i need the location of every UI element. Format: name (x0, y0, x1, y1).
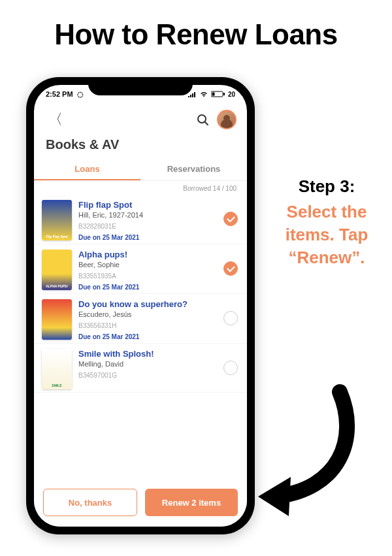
select-checkbox[interactable] (223, 261, 238, 276)
item-title: Flip flap Spot (78, 200, 217, 210)
item-barcode: B34597001G (78, 372, 217, 379)
svg-line-4 (205, 122, 208, 125)
renew-button[interactable]: Renew 2 items (145, 489, 238, 516)
svg-point-3 (198, 115, 206, 123)
borrowed-count: Borrowed 14 / 100 (34, 181, 247, 195)
item-title: Do you know a superhero? (78, 299, 217, 309)
item-due: Due on 25 Mar 2021 (78, 333, 217, 340)
item-author: Escudero, Jesús (78, 310, 217, 318)
phone-notch (88, 77, 193, 95)
arrow-icon (242, 379, 372, 529)
tabs: Loans Reservations (34, 157, 247, 181)
wifi-icon (199, 91, 208, 97)
item-author: Melling, David (78, 360, 217, 368)
list-item: Flip Flap Spot Flip flap Spot Hill, Eric… (34, 195, 247, 244)
svg-rect-2 (212, 93, 214, 96)
search-icon[interactable] (196, 113, 209, 126)
instructions-panel: Step 3: Select the items. Tap “Renew”. (268, 176, 385, 269)
select-checkbox[interactable] (223, 212, 238, 226)
item-due: Due on 25 Mar 2021 (78, 234, 217, 241)
item-author: Beer, Sophie (78, 261, 217, 269)
list-item: SMILE Smile with Splosh! Melling, David … (34, 344, 247, 393)
page-headline: How to Renew Loans (0, 0, 392, 57)
list-item: Do you know a superhero? Escudero, Jesús… (34, 294, 247, 344)
back-icon[interactable]: 〈 (44, 107, 67, 132)
list-item: ALPHA PUPS! Alpha pups! Beer, Sophie B33… (34, 244, 247, 294)
svg-rect-1 (223, 93, 225, 95)
section-title: Books & AV (34, 135, 247, 157)
book-cover: Flip Flap Spot (42, 200, 72, 240)
step-text: Select the items. Tap “Renew”. (268, 201, 385, 269)
battery-percent: 20 (228, 91, 235, 98)
status-right: 20 (188, 91, 235, 98)
item-barcode: B32828031E (78, 223, 217, 230)
item-title: Smile with Splosh! (78, 349, 217, 359)
no-thanks-button[interactable]: No, thanks (43, 489, 137, 516)
item-barcode: B33656331H (78, 322, 217, 329)
status-time: 2:52 PM ◌ (46, 90, 84, 99)
book-cover: ALPHA PUPS! (42, 250, 72, 290)
select-checkbox[interactable] (223, 361, 238, 375)
item-title: Alpha pups! (78, 250, 217, 259)
step-label: Step 3: (268, 176, 385, 197)
book-cover: SMILE (42, 349, 72, 389)
item-due: Due on 25 Mar 2021 (78, 284, 217, 291)
tab-reservations[interactable]: Reservations (140, 157, 247, 180)
top-bar: 〈 (34, 103, 247, 135)
loans-list: Flip Flap Spot Flip flap Spot Hill, Eric… (34, 195, 247, 481)
item-barcode: B33551935A (78, 272, 217, 280)
battery-icon (211, 91, 225, 97)
avatar[interactable] (217, 110, 237, 129)
select-checkbox[interactable] (223, 311, 238, 325)
phone-screen: 2:52 PM ◌ 20 〈 (34, 85, 247, 527)
bottom-bar: No, thanks Renew 2 items (34, 481, 247, 527)
item-author: Hill, Eric, 1927-2014 (78, 211, 217, 219)
tab-loans[interactable]: Loans (34, 157, 140, 180)
book-cover (42, 299, 72, 340)
phone-frame: 2:52 PM ◌ 20 〈 (26, 77, 255, 534)
